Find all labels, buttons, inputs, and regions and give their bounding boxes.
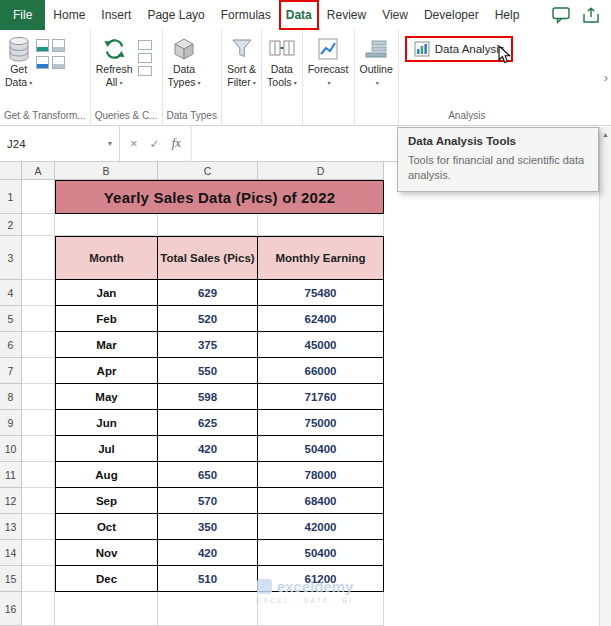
row-header-16[interactable]: 16: [0, 592, 22, 626]
cell-a8[interactable]: [22, 384, 55, 410]
cell-empty-r2-c0[interactable]: [22, 214, 55, 236]
cell-a3[interactable]: [22, 236, 55, 280]
share-button[interactable]: [581, 6, 601, 24]
scroll-up-icon[interactable]: ▲: [600, 127, 611, 138]
sort-filter-button[interactable]: Sort & Filter: [224, 32, 259, 88]
cell-empty-r16-c0[interactable]: [22, 592, 55, 626]
cell-total-sales-5[interactable]: 625: [158, 410, 258, 436]
cell-empty-r16-c3[interactable]: [258, 592, 384, 626]
row-header-14[interactable]: 14: [0, 540, 22, 566]
header-cell-monthly-earning[interactable]: Monthly Earning: [258, 236, 384, 280]
cell-monthly-earning-5[interactable]: 75000: [258, 410, 384, 436]
name-box[interactable]: J24 ▾: [0, 126, 120, 161]
cell-month-2[interactable]: Mar: [55, 332, 158, 358]
cell-monthly-earning-0[interactable]: 75480: [258, 280, 384, 306]
column-header-a[interactable]: A: [22, 162, 55, 180]
cell-total-sales-2[interactable]: 375: [158, 332, 258, 358]
tab-insert[interactable]: Insert: [93, 0, 139, 30]
from-text-csv-icon[interactable]: [36, 39, 49, 52]
cell-a14[interactable]: [22, 540, 55, 566]
row-header-5[interactable]: 5: [0, 306, 22, 332]
cell-monthly-earning-9[interactable]: 42000: [258, 514, 384, 540]
row-header-3[interactable]: 3: [0, 236, 22, 280]
cell-month-8[interactable]: Sep: [55, 488, 158, 514]
cell-monthly-earning-2[interactable]: 45000: [258, 332, 384, 358]
cell-total-sales-9[interactable]: 350: [158, 514, 258, 540]
cell-a11[interactable]: [22, 462, 55, 488]
cell-total-sales-6[interactable]: 420: [158, 436, 258, 462]
row-header-2[interactable]: 2: [0, 214, 22, 236]
forecast-button[interactable]: Forecast: [305, 32, 352, 88]
sheet-title-cell[interactable]: Yearly Sales Data (Pics) of 2022: [55, 180, 384, 214]
cell-empty-r16-c2[interactable]: [158, 592, 258, 626]
comment-button[interactable]: [551, 6, 571, 24]
column-header-d[interactable]: D: [258, 162, 384, 180]
tab-view[interactable]: View: [374, 0, 416, 30]
cell-a12[interactable]: [22, 488, 55, 514]
row-header-9[interactable]: 9: [0, 410, 22, 436]
properties-icon[interactable]: [138, 53, 152, 63]
cell-month-5[interactable]: Jun: [55, 410, 158, 436]
cell-total-sales-1[interactable]: 520: [158, 306, 258, 332]
tab-page-layo[interactable]: Page Layo: [139, 0, 212, 30]
row-header-7[interactable]: 7: [0, 358, 22, 384]
header-cell-month[interactable]: Month: [55, 236, 158, 280]
recent-sources-icon[interactable]: [52, 39, 65, 52]
column-header-b[interactable]: B: [55, 162, 158, 180]
cell-empty-r16-c1[interactable]: [55, 592, 158, 626]
ribbon-expand-icon[interactable]: ›: [604, 70, 608, 85]
get-data-button[interactable]: Get Data: [2, 32, 35, 88]
cell-month-0[interactable]: Jan: [55, 280, 158, 306]
cell-monthly-earning-8[interactable]: 68400: [258, 488, 384, 514]
cell-monthly-earning-4[interactable]: 71760: [258, 384, 384, 410]
cell-total-sales-10[interactable]: 420: [158, 540, 258, 566]
header-cell-total-sales[interactable]: Total Sales (Pics): [158, 236, 258, 280]
cell-total-sales-8[interactable]: 570: [158, 488, 258, 514]
insert-function-icon[interactable]: fx: [172, 136, 181, 151]
cell-total-sales-4[interactable]: 598: [158, 384, 258, 410]
row-header-8[interactable]: 8: [0, 384, 22, 410]
cell-a15[interactable]: [22, 566, 55, 592]
cell-monthly-earning-11[interactable]: 61200: [258, 566, 384, 592]
row-header-11[interactable]: 11: [0, 462, 22, 488]
row-header-1[interactable]: 1: [0, 180, 22, 214]
cell-month-1[interactable]: Feb: [55, 306, 158, 332]
refresh-all-button[interactable]: Refresh All: [93, 32, 136, 88]
column-header-c[interactable]: C: [158, 162, 258, 180]
cell-a13[interactable]: [22, 514, 55, 540]
row-header-12[interactable]: 12: [0, 488, 22, 514]
cell-monthly-earning-10[interactable]: 50400: [258, 540, 384, 566]
cell-total-sales-0[interactable]: 629: [158, 280, 258, 306]
enter-icon[interactable]: ✓: [150, 137, 160, 151]
row-header-10[interactable]: 10: [0, 436, 22, 462]
outline-button[interactable]: Outline: [357, 32, 396, 88]
tab-file[interactable]: File: [0, 0, 45, 30]
row-header-13[interactable]: 13: [0, 514, 22, 540]
tab-developer[interactable]: Developer: [416, 0, 487, 30]
from-web-icon[interactable]: [36, 56, 49, 69]
cell-a1[interactable]: [22, 180, 55, 214]
cell-a6[interactable]: [22, 332, 55, 358]
cell-a7[interactable]: [22, 358, 55, 384]
row-header-15[interactable]: 15: [0, 566, 22, 592]
vertical-scrollbar[interactable]: ▲: [599, 127, 611, 626]
cell-a9[interactable]: [22, 410, 55, 436]
data-tools-button[interactable]: Data Tools: [264, 32, 300, 88]
cell-a4[interactable]: [22, 280, 55, 306]
cell-empty-r2-c1[interactable]: [55, 214, 158, 236]
cell-month-10[interactable]: Nov: [55, 540, 158, 566]
existing-connections-icon[interactable]: [52, 56, 65, 69]
edit-links-icon[interactable]: [138, 66, 152, 76]
cell-a5[interactable]: [22, 306, 55, 332]
cell-monthly-earning-3[interactable]: 66000: [258, 358, 384, 384]
row-header-6[interactable]: 6: [0, 332, 22, 358]
tab-formulas[interactable]: Formulas: [213, 0, 279, 30]
cell-month-9[interactable]: Oct: [55, 514, 158, 540]
cell-total-sales-11[interactable]: 510: [158, 566, 258, 592]
cell-empty-r2-c2[interactable]: [158, 214, 258, 236]
cell-monthly-earning-6[interactable]: 50400: [258, 436, 384, 462]
cell-month-11[interactable]: Dec: [55, 566, 158, 592]
tab-help[interactable]: Help: [487, 0, 528, 30]
cell-total-sales-3[interactable]: 550: [158, 358, 258, 384]
cell-empty-r2-c3[interactable]: [258, 214, 384, 236]
